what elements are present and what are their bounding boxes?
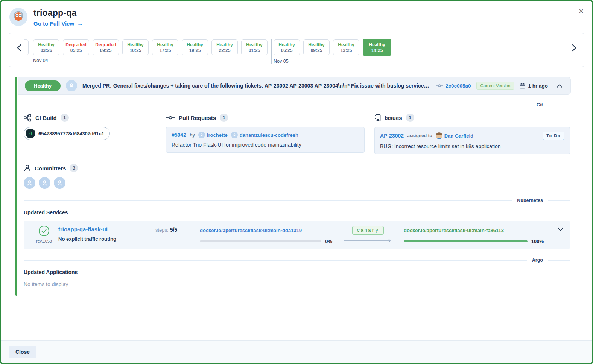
service-revision: rev.1058 <box>36 239 52 243</box>
user-icon <box>56 180 63 186</box>
timeline-prev-button[interactable] <box>14 43 23 52</box>
health-timeline: Healthy 03:26 Degraded 05:25 Degraded 09… <box>9 33 584 67</box>
release-panel: Healthy Merged PR: General fixes/changes… <box>15 77 571 296</box>
service-name-link[interactable]: trioapp-qa-flask-ui <box>58 226 108 232</box>
service-steps: steps:5/5 <box>155 225 200 233</box>
committer-avatar[interactable] <box>39 177 50 189</box>
assigned-to-label: assigned to <box>407 133 432 138</box>
timeline-status-card[interactable]: Healthy 03:26 <box>33 39 59 55</box>
canary-strategy-badge: canary <box>352 226 384 235</box>
user-icon <box>233 133 236 137</box>
timeline-status-card[interactable]: Healthy 22:25 <box>211 39 238 55</box>
issues-label: Issues <box>385 115 402 121</box>
service-row: rev.1058 trioapp-qa-flask-ui No explicit… <box>24 221 570 249</box>
user-icon <box>26 180 33 186</box>
kubernetes-section-divider: Kubernetes <box>24 198 570 203</box>
pr-by-label: by <box>190 132 195 138</box>
pull-requests-section: Pull Requests 1 #5042 by lrochette <box>166 114 365 154</box>
issue-title: BUG: Incorrect resource limits set in k8… <box>380 143 564 149</box>
timeline-status-card[interactable]: Healthy 13:25 <box>333 39 359 55</box>
pr-author-link[interactable]: danamzulescu-codefresh <box>231 132 298 138</box>
current-version-badge: Current Version <box>476 82 515 90</box>
to-image-block: docker.io/aperturesci/flask-ui:main-fa86… <box>404 225 544 244</box>
close-button[interactable]: Close <box>9 346 36 358</box>
timeline-status-card[interactable]: Healthy 17:25 <box>152 39 178 55</box>
from-image-link[interactable]: docker.io/aperturesci/flask-ui:main-dda1… <box>200 228 302 233</box>
chevron-up-icon <box>557 84 562 88</box>
service-expand-button[interactable] <box>558 225 563 231</box>
from-progress-bar <box>200 240 321 242</box>
user-icon <box>200 133 204 137</box>
service-routing: No explicit traffic routing <box>58 236 155 242</box>
pipeline-icon <box>24 114 32 122</box>
timeline-status-card[interactable]: Degraded 05:25 <box>63 39 89 55</box>
release-content: Git CI Build 1 <box>18 102 571 296</box>
empty-state-text: No items to display <box>24 281 570 287</box>
kubernetes-section-label: Kubernetes <box>517 198 543 203</box>
assignee-link[interactable]: Dan Garfield <box>436 132 473 139</box>
person-icon <box>24 164 31 172</box>
timeline-status-card[interactable]: Healthy 09:25 <box>303 39 330 55</box>
codefresh-logo-icon <box>26 129 35 138</box>
timeline-group-nov05: Healthy 06:25 Healthy 09:25 Healthy 13:2… <box>271 39 391 64</box>
ci-build-count: 1 <box>61 114 69 122</box>
collapse-button[interactable] <box>557 84 562 88</box>
committer-avatar <box>66 80 77 91</box>
arrow-right-icon: → <box>77 20 83 27</box>
close-icon[interactable]: × <box>579 7 584 15</box>
pull-requests-count: 1 <box>220 114 228 122</box>
commit-icon <box>166 115 175 120</box>
issue-tracker-icon <box>374 114 381 121</box>
commit-message: Merged PR: General fixes/changes + takin… <box>82 83 430 89</box>
committers-count: 3 <box>70 164 78 172</box>
issue-status-badge: To Do <box>543 132 564 140</box>
page-title: trioapp-qa <box>33 8 83 18</box>
user-icon <box>41 180 48 186</box>
build-id: 654788957778d684307d61c1 <box>38 131 104 136</box>
pr-author-link[interactable]: lrochette <box>198 132 228 138</box>
healthy-check-icon <box>38 225 50 237</box>
pull-request-card[interactable]: #5042 by lrochette danamzul <box>166 127 365 153</box>
timeline-status-card[interactable]: Healthy 01:25 <box>241 39 268 55</box>
rollout-arrow-icon <box>344 238 392 243</box>
git-section-divider: Git <box>24 102 570 108</box>
timeline-status-card[interactable]: Healthy 10:25 <box>122 39 149 55</box>
octopus-mascot-icon <box>12 11 25 23</box>
calendar-icon <box>520 83 525 89</box>
issue-card[interactable]: AP-23002 assigned to Dan Garfield To Do … <box>374 127 570 154</box>
ci-build-chip[interactable]: 654788957778d684307d61c1 <box>24 127 110 140</box>
timeline-status-card[interactable]: Degraded 09:25 <box>93 39 119 55</box>
health-status-badge: Healthy <box>25 80 61 91</box>
author-avatar <box>231 132 238 138</box>
to-image-link[interactable]: docker.io/aperturesci/flask-ui:main-fa86… <box>404 228 504 233</box>
timeline-next-button[interactable] <box>570 43 579 52</box>
committer-avatar[interactable] <box>24 177 35 189</box>
author-avatar <box>198 132 205 138</box>
from-progress-percent: 0% <box>325 238 332 244</box>
commit-link-group: 2c0c005a0 <box>436 83 471 89</box>
full-view-link[interactable]: Go to Full View → <box>33 20 83 27</box>
timeline-group-nov04: Healthy 03:26 Degraded 05:25 Degraded 09… <box>31 39 268 63</box>
updated-services-heading: Updated Services <box>24 209 570 215</box>
modal-header: trioapp-qa Go to Full View → <box>1 1 592 31</box>
to-progress-percent: 100% <box>531 238 544 244</box>
pr-number-link[interactable]: #5042 <box>172 132 186 138</box>
issue-id-link[interactable]: AP-23002 <box>380 133 404 139</box>
commit-hash-link[interactable]: 2c0c005a0 <box>446 83 471 89</box>
committer-avatar[interactable] <box>54 177 65 189</box>
git-section-label: Git <box>537 102 543 108</box>
argo-section-label: Argo <box>532 258 543 263</box>
release-status-bar: Healthy Merged PR: General fixes/changes… <box>18 77 571 95</box>
committers-label: Committers <box>35 165 66 171</box>
timeline-status-card[interactable]: Healthy 06:25 <box>274 39 300 55</box>
environment-avatar <box>9 8 27 26</box>
rollout-strategy: canary <box>332 225 404 243</box>
timeline-status-card-selected[interactable]: Healthy 14:25 <box>363 39 391 56</box>
to-progress-bar <box>404 240 528 242</box>
ci-build-label: CI Build <box>35 115 57 121</box>
modal-footer: Close <box>1 340 592 363</box>
user-icon <box>68 83 75 89</box>
timeline-status-card[interactable]: Healthy 19:25 <box>182 39 208 55</box>
assignee-avatar <box>436 132 442 139</box>
timeline-date-label: Nov 04 <box>33 58 268 63</box>
